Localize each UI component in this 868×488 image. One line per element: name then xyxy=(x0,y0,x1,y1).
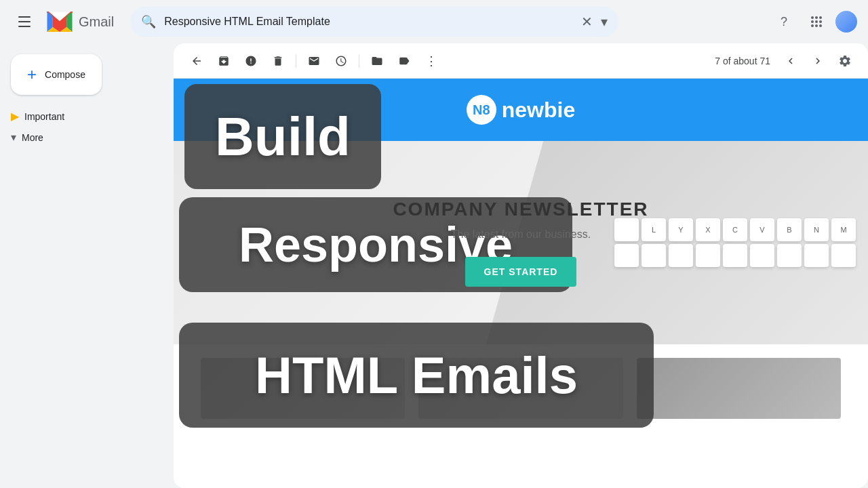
bottom-thumbnails xyxy=(174,344,868,432)
key-r6 xyxy=(750,244,774,267)
delete-icon xyxy=(272,55,284,67)
newsletter-title: COMPANY NEWSLETTER xyxy=(393,199,648,220)
key-m: M xyxy=(831,218,856,241)
archive-button[interactable] xyxy=(212,49,236,73)
key-b: B xyxy=(777,218,802,241)
key-r3 xyxy=(669,244,693,267)
newbie-header: N8 newbie xyxy=(174,79,868,141)
key-r7 xyxy=(777,244,802,267)
important-arrow-icon: ▶ xyxy=(11,110,19,123)
key-r5 xyxy=(723,244,747,267)
get-started-button[interactable]: GET STARTED xyxy=(465,257,577,287)
compose-plus-icon: + xyxy=(27,65,37,84)
key-n: N xyxy=(804,218,829,241)
key-c: C xyxy=(723,218,747,241)
mark-unread-icon xyxy=(308,55,320,67)
snooze-icon xyxy=(335,55,347,67)
key-v: V xyxy=(750,218,774,241)
apps-icon xyxy=(810,16,823,28)
toolbar-divider-2 xyxy=(359,54,359,68)
next-email-button[interactable] xyxy=(806,49,830,73)
search-clear-icon[interactable]: ✕ xyxy=(581,14,593,30)
svg-point-10 xyxy=(819,20,822,23)
compose-label: Compose xyxy=(45,69,85,80)
email-body: N8 newbie L Y X C V xyxy=(174,79,868,488)
gmail-logo-icon xyxy=(46,12,73,32)
email-area: ⋮ 7 of about 71 N8 xyxy=(174,43,868,488)
toolbar-divider-1 xyxy=(296,54,296,68)
key-y: Y xyxy=(669,218,693,241)
topbar: Gmail 🔍 Responsive HTML Email Template ✕… xyxy=(0,0,868,43)
prev-email-button[interactable] xyxy=(778,49,803,73)
email-template: N8 newbie L Y X C V xyxy=(174,79,868,432)
sidebar-item-important-label: Important xyxy=(24,111,64,122)
settings-icon xyxy=(838,54,852,68)
mark-unread-button[interactable] xyxy=(302,49,326,73)
sidebar-item-more-label: More xyxy=(22,132,43,143)
spam-icon xyxy=(245,55,257,67)
thumbnail-1 xyxy=(201,358,405,419)
move-to-icon xyxy=(371,55,383,67)
newsletter-content: COMPANY NEWSLETTER The latest from our b… xyxy=(393,199,648,287)
newbie-logo-text: newbie xyxy=(502,98,575,123)
newbie-logo: N8 newbie xyxy=(190,95,852,125)
more-options-icon: ⋮ xyxy=(425,54,437,68)
label-icon xyxy=(398,55,410,67)
settings-button[interactable] xyxy=(833,49,857,73)
key-r9 xyxy=(831,244,856,267)
search-dropdown-icon[interactable]: ▾ xyxy=(601,14,608,30)
gmail-text: Gmail xyxy=(79,14,114,30)
label-button[interactable] xyxy=(392,49,416,73)
main-layout: + Compose ▶ Important ▾ More xyxy=(0,43,868,488)
back-button[interactable] xyxy=(184,49,209,73)
svg-point-13 xyxy=(819,24,822,27)
search-icon: 🔍 xyxy=(141,14,156,29)
more-options-button[interactable]: ⋮ xyxy=(419,49,443,73)
newbie-logo-n: N8 xyxy=(473,102,490,118)
pagination-text: 7 of about 71 xyxy=(715,56,770,66)
svg-point-12 xyxy=(815,24,818,27)
svg-point-7 xyxy=(819,16,822,19)
menu-icon-line2 xyxy=(18,21,31,22)
sidebar-item-more[interactable]: ▾ More xyxy=(0,127,174,148)
next-icon xyxy=(812,55,824,67)
help-button[interactable]: ? xyxy=(770,8,797,35)
sidebar: + Compose ▶ Important ▾ More xyxy=(0,43,174,488)
svg-point-8 xyxy=(811,20,814,23)
sidebar-item-important[interactable]: ▶ Important xyxy=(0,106,174,127)
menu-button[interactable] xyxy=(11,8,38,35)
svg-point-11 xyxy=(811,24,814,27)
back-icon xyxy=(191,55,203,67)
email-toolbar: ⋮ 7 of about 71 xyxy=(174,43,868,79)
apps-button[interactable] xyxy=(803,8,830,35)
compose-button[interactable]: + Compose xyxy=(11,54,102,95)
newbie-logo-icon: N8 xyxy=(467,95,496,125)
avatar[interactable] xyxy=(835,11,857,33)
delete-button[interactable] xyxy=(266,49,290,73)
topbar-right: ? xyxy=(770,8,857,35)
archive-icon xyxy=(218,55,230,67)
menu-icon-line1 xyxy=(18,16,31,18)
more-chevron-icon: ▾ xyxy=(11,131,16,144)
thumbnail-3 xyxy=(637,358,841,419)
search-input[interactable]: Responsive HTML Email Template xyxy=(164,16,573,28)
menu-icon-line3 xyxy=(18,26,31,27)
spam-button[interactable] xyxy=(239,49,263,73)
gmail-logo: Gmail xyxy=(46,12,114,32)
svg-point-5 xyxy=(811,16,814,19)
newsletter-subtitle: The latest from our business. xyxy=(393,228,648,241)
key-x: X xyxy=(696,218,720,241)
svg-point-6 xyxy=(815,16,818,19)
key-r8 xyxy=(804,244,829,267)
prev-icon xyxy=(785,55,797,67)
key-r4 xyxy=(696,244,720,267)
newsletter-hero: L Y X C V B N M xyxy=(174,141,868,344)
thumbnail-2 xyxy=(418,358,623,419)
search-bar: 🔍 Responsive HTML Email Template ✕ ▾ xyxy=(130,6,618,37)
snooze-button[interactable] xyxy=(329,49,353,73)
svg-point-9 xyxy=(815,20,818,23)
move-to-button[interactable] xyxy=(365,49,389,73)
